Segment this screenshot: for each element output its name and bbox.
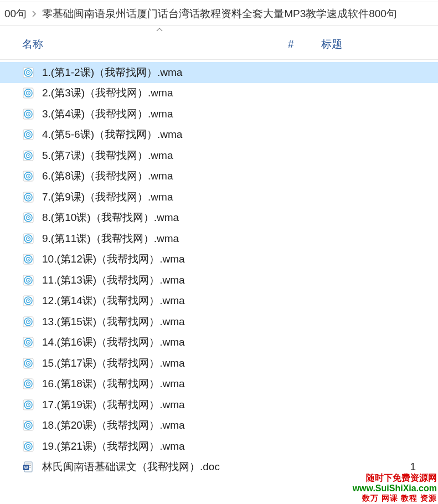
doc-file-icon: W bbox=[22, 461, 34, 473]
audio-file-icon bbox=[22, 440, 34, 452]
file-row[interactable]: 5.(第7课)（我帮找网）.wma bbox=[0, 145, 438, 166]
audio-file-icon bbox=[22, 212, 34, 224]
audio-file-icon bbox=[22, 253, 34, 265]
audio-file-icon bbox=[22, 191, 34, 203]
chevron-right-icon bbox=[29, 11, 40, 17]
file-name: 14.(第16课)（我帮找网）.wma bbox=[42, 335, 438, 349]
file-name: 18.(第20课)（我帮找网）.wma bbox=[42, 418, 438, 433]
column-header-name[interactable]: 名称 bbox=[22, 37, 288, 52]
file-name: 19.(第21课)（我帮找网）.wma bbox=[42, 439, 438, 454]
watermark-line2: www.SuiShiXia.com bbox=[353, 483, 437, 493]
column-header-title[interactable]: 标题 bbox=[321, 37, 438, 52]
audio-file-icon bbox=[22, 295, 34, 307]
file-list: 1.(第1-2课)（我帮找网）.wma2.(第3课)（我帮找网）.wma3.(第… bbox=[0, 60, 438, 477]
file-name: 8.(第10课)（我帮找网）.wma bbox=[42, 210, 438, 225]
audio-file-icon bbox=[22, 108, 34, 120]
svg-point-3 bbox=[28, 72, 29, 73]
file-name: 12.(第14课)（我帮找网）.wma bbox=[42, 294, 438, 308]
watermark-line3: 数万 网课 教程 资源 bbox=[353, 493, 437, 503]
file-row[interactable]: 8.(第10课)（我帮找网）.wma bbox=[0, 208, 438, 229]
file-name: 10.(第12课)（我帮找网）.wma bbox=[42, 252, 438, 266]
svg-point-7 bbox=[28, 92, 29, 94]
file-row[interactable]: 9.(第11课)（我帮找网）.wma bbox=[0, 228, 438, 249]
file-row[interactable]: 14.(第16课)（我帮找网）.wma bbox=[0, 332, 438, 353]
svg-point-63 bbox=[28, 383, 29, 384]
audio-file-icon bbox=[22, 233, 34, 245]
svg-point-55 bbox=[28, 342, 29, 343]
svg-point-23 bbox=[28, 176, 29, 177]
svg-point-39 bbox=[28, 259, 29, 260]
audio-file-icon bbox=[22, 378, 34, 390]
breadcrumb-item-current[interactable]: 零基础闽南语泉州话厦门话台湾话教程资料全套大量MP3教学速成软件800句 bbox=[40, 6, 399, 22]
file-row[interactable]: 4.(第5-6课)（我帮找网）.wma bbox=[0, 125, 438, 146]
watermark: 随时下免费资源网 www.SuiShiXia.com 数万 网课 教程 资源 bbox=[353, 472, 437, 503]
svg-point-71 bbox=[28, 425, 29, 426]
audio-file-icon bbox=[22, 128, 34, 141]
file-row[interactable]: 2.(第3课)（我帮找网）.wma bbox=[0, 83, 438, 104]
file-row[interactable]: 18.(第20课)（我帮找网）.wma bbox=[0, 415, 438, 436]
svg-point-59 bbox=[28, 363, 29, 364]
file-row[interactable]: 1.(第1-2课)（我帮找网）.wma bbox=[0, 62, 438, 83]
audio-file-icon bbox=[22, 316, 34, 328]
file-row[interactable]: 6.(第8课)（我帮找网）.wma bbox=[0, 166, 438, 187]
file-row[interactable]: 15.(第17课)（我帮找网）.wma bbox=[0, 353, 438, 374]
file-name: 1.(第1-2课)（我帮找网）.wma bbox=[42, 65, 438, 80]
file-name: 4.(第5-6课)（我帮找网）.wma bbox=[42, 127, 438, 142]
file-name: 15.(第17课)（我帮找网）.wma bbox=[42, 356, 438, 371]
svg-point-27 bbox=[28, 197, 29, 198]
file-name: 林氏闽南语基础课文（我帮找网）.doc bbox=[42, 460, 399, 474]
svg-point-47 bbox=[28, 300, 29, 301]
audio-file-icon bbox=[22, 357, 34, 369]
svg-point-31 bbox=[28, 217, 29, 218]
svg-point-11 bbox=[28, 114, 29, 115]
audio-file-icon bbox=[22, 419, 34, 431]
audio-file-icon bbox=[22, 66, 34, 79]
watermark-line1: 随时下免费资源网 bbox=[353, 472, 437, 483]
svg-point-43 bbox=[28, 280, 29, 281]
file-name: 9.(第11课)（我帮找网）.wma bbox=[42, 232, 438, 246]
breadcrumb-item-parent[interactable]: 00句 bbox=[2, 6, 29, 22]
breadcrumb: 00句 零基础闽南语泉州话厦门话台湾话教程资料全套大量MP3教学速成软件800句 bbox=[0, 2, 438, 26]
svg-text:W: W bbox=[24, 466, 28, 470]
column-headers: 名称 # 标题 bbox=[0, 26, 438, 60]
svg-rect-77 bbox=[25, 464, 31, 464]
svg-point-67 bbox=[28, 404, 29, 405]
file-name: 6.(第8课)（我帮找网）.wma bbox=[42, 169, 438, 183]
svg-point-75 bbox=[28, 446, 29, 447]
file-row[interactable]: 12.(第14课)（我帮找网）.wma bbox=[0, 291, 438, 312]
svg-point-19 bbox=[28, 155, 29, 156]
file-row[interactable]: 19.(第21课)（我帮找网）.wma bbox=[0, 436, 438, 457]
file-number: 1 bbox=[399, 461, 438, 473]
file-name: 11.(第13课)（我帮找网）.wma bbox=[42, 273, 438, 287]
svg-point-35 bbox=[28, 238, 29, 239]
file-row[interactable]: 16.(第18课)（我帮找网）.wma bbox=[0, 374, 438, 395]
file-name: 7.(第9课)（我帮找网）.wma bbox=[42, 190, 438, 204]
file-name: 2.(第3课)（我帮找网）.wma bbox=[42, 86, 438, 100]
file-row[interactable]: 3.(第4课)（我帮找网）.wma bbox=[0, 104, 438, 125]
file-row[interactable]: 10.(第12课)（我帮找网）.wma bbox=[0, 249, 438, 270]
file-row[interactable]: 17.(第19课)（我帮找网）.wma bbox=[0, 394, 438, 415]
file-row[interactable]: 7.(第9课)（我帮找网）.wma bbox=[0, 187, 438, 208]
file-name: 5.(第7课)（我帮找网）.wma bbox=[42, 148, 438, 163]
audio-file-icon bbox=[22, 87, 34, 99]
file-name: 3.(第4课)（我帮找网）.wma bbox=[42, 107, 438, 121]
audio-file-icon bbox=[22, 336, 34, 348]
audio-file-icon bbox=[22, 399, 34, 411]
svg-point-15 bbox=[28, 134, 29, 135]
audio-file-icon bbox=[22, 274, 34, 286]
file-row[interactable]: 13.(第15课)（我帮找网）.wma bbox=[0, 311, 438, 332]
svg-point-51 bbox=[28, 321, 29, 322]
column-header-number[interactable]: # bbox=[288, 38, 321, 50]
audio-file-icon bbox=[22, 150, 34, 162]
file-name: 13.(第15课)（我帮找网）.wma bbox=[42, 315, 438, 329]
sort-ascending-icon bbox=[156, 26, 163, 33]
file-name: 17.(第19课)（我帮找网）.wma bbox=[42, 398, 438, 412]
file-row[interactable]: 11.(第13课)（我帮找网）.wma bbox=[0, 270, 438, 291]
file-name: 16.(第18课)（我帮找网）.wma bbox=[42, 377, 438, 391]
audio-file-icon bbox=[22, 170, 34, 182]
